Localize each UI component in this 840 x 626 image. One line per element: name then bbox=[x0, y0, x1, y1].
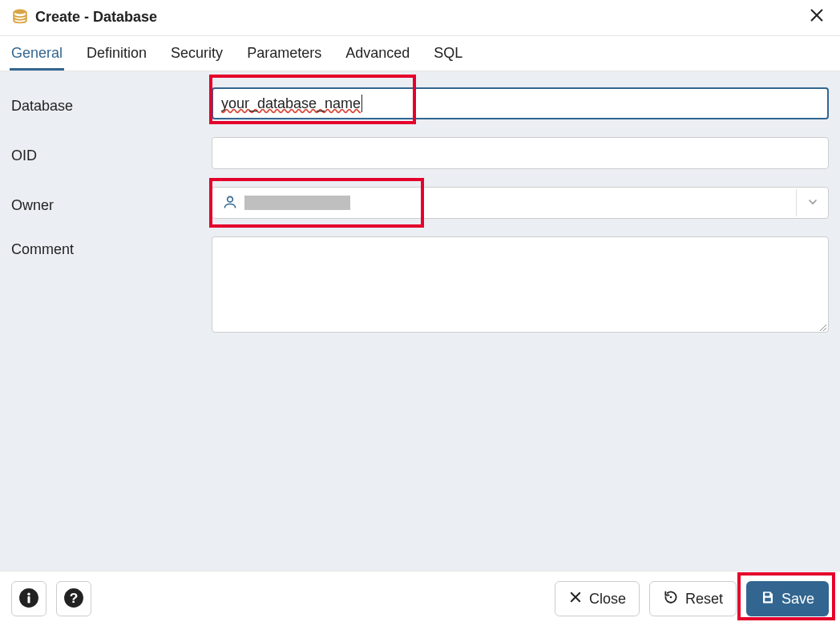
dialog-footer: ? Close Reset bbox=[0, 571, 840, 626]
owner-label: Owner bbox=[11, 192, 196, 214]
oid-input[interactable] bbox=[212, 137, 829, 169]
close-button[interactable]: Close bbox=[555, 581, 640, 616]
database-icon bbox=[11, 7, 29, 27]
save-button-label: Save bbox=[781, 591, 814, 608]
database-label: Database bbox=[11, 93, 196, 115]
oid-label: OID bbox=[11, 143, 196, 164]
dialog-title: Create - Database bbox=[35, 9, 157, 26]
question-icon: ? bbox=[63, 588, 84, 611]
reset-button-label: Reset bbox=[685, 591, 723, 608]
tab-bar: General Definition Security Parameters A… bbox=[0, 36, 840, 71]
close-icon[interactable] bbox=[805, 6, 829, 27]
reset-icon bbox=[663, 589, 679, 609]
svg-rect-4 bbox=[27, 596, 30, 603]
close-x-icon bbox=[568, 590, 583, 608]
help-button[interactable]: ? bbox=[56, 581, 91, 616]
text-caret bbox=[361, 95, 362, 112]
titlebar: Create - Database bbox=[0, 0, 840, 36]
svg-point-0 bbox=[14, 9, 26, 14]
user-icon bbox=[222, 194, 238, 212]
save-button[interactable]: Save bbox=[746, 581, 829, 616]
tab-general[interactable]: General bbox=[11, 37, 63, 70]
database-input[interactable]: your_database_name bbox=[212, 87, 829, 119]
tab-definition[interactable]: Definition bbox=[87, 37, 147, 70]
reset-button[interactable]: Reset bbox=[649, 581, 737, 616]
svg-text:?: ? bbox=[70, 589, 79, 605]
comment-textarea[interactable] bbox=[212, 236, 829, 333]
tab-security[interactable]: Security bbox=[171, 37, 223, 70]
resize-handle-icon[interactable] bbox=[818, 321, 827, 331]
owner-select[interactable] bbox=[212, 187, 829, 219]
svg-point-7 bbox=[670, 596, 672, 598]
chevron-down-icon bbox=[806, 196, 819, 211]
database-input-value: your_database_name bbox=[221, 95, 361, 112]
tab-sql[interactable]: SQL bbox=[434, 37, 462, 70]
owner-dropdown-toggle[interactable] bbox=[796, 189, 828, 216]
info-icon bbox=[18, 588, 39, 611]
owner-value-redacted bbox=[244, 196, 350, 210]
svg-point-3 bbox=[27, 592, 30, 595]
comment-label: Comment bbox=[11, 236, 196, 258]
tab-advanced[interactable]: Advanced bbox=[345, 37, 410, 70]
close-button-label: Close bbox=[589, 591, 626, 608]
general-panel: Database your_database_name OID Owner bbox=[0, 71, 840, 571]
save-icon bbox=[761, 590, 775, 608]
tab-parameters[interactable]: Parameters bbox=[247, 37, 321, 70]
svg-point-1 bbox=[228, 196, 233, 202]
info-button[interactable] bbox=[11, 581, 46, 616]
